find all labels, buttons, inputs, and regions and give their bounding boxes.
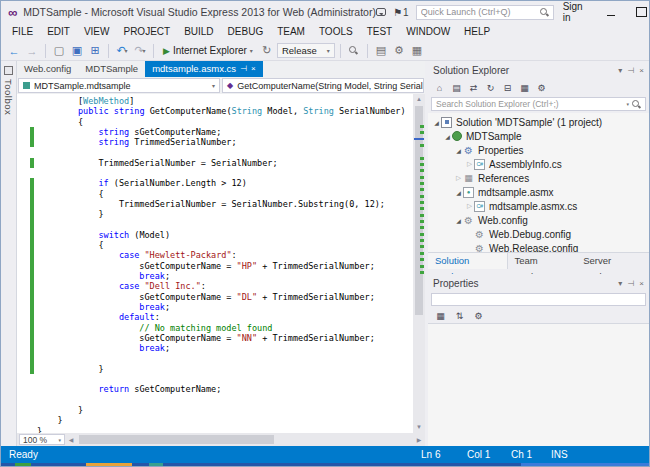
collapsed-icon[interactable]: ▷: [465, 202, 474, 210]
sync-with-active-document-icon[interactable]: ⇄: [466, 83, 481, 93]
document-tab-mdtsample-asmx-cs[interactable]: mdtsample.asmx.cs⊣×: [145, 61, 263, 77]
scrollbar-change-mark: [420, 214, 424, 217]
close-icon[interactable]: ×: [639, 66, 644, 75]
config-icon: [463, 215, 474, 226]
categorized-icon[interactable]: ▦: [433, 311, 448, 321]
panel-tab-solution-explorer[interactable]: Solution Explorer: [428, 253, 508, 269]
show-all-files-icon[interactable]: ▦: [517, 83, 532, 93]
tab-close-icon[interactable]: ×: [251, 61, 256, 77]
document-tab-mdtsample[interactable]: MDTSample: [78, 61, 145, 77]
menu-file[interactable]: FILE: [5, 23, 40, 41]
solution-search-input[interactable]: [436, 99, 623, 109]
switch-views-icon[interactable]: ▤: [449, 83, 464, 93]
collapsed-icon[interactable]: ▷: [465, 160, 474, 168]
expanded-icon[interactable]: ◢: [454, 189, 463, 196]
code-text: }: [37, 364, 104, 374]
quick-launch-input[interactable]: [421, 7, 537, 17]
attach-to-process-icon[interactable]: ↻: [259, 43, 275, 59]
pin-icon[interactable]: ⊣: [627, 66, 634, 75]
menu-view[interactable]: VIEW: [77, 23, 117, 41]
start-debug-button[interactable]: ▶Internet Explorer▾: [159, 42, 257, 59]
panel-tab-server-explorer[interactable]: Server Explorer: [576, 253, 649, 269]
new-file-icon[interactable]: ▢: [51, 43, 67, 59]
window-menu-icon[interactable]: ▾: [618, 279, 622, 288]
change-tracking-bar: [30, 168, 34, 178]
tab-pin-icon[interactable]: ⊣: [240, 61, 247, 77]
close-icon[interactable]: ×: [639, 279, 644, 288]
zoom-dropdown[interactable]: 100 % ▾: [19, 434, 65, 445]
sign-in-link[interactable]: Sign in: [561, 1, 593, 23]
scroll-right-icon[interactable]: ▶: [413, 436, 425, 443]
editor-hscrollbar[interactable]: [77, 433, 413, 446]
menu-tools[interactable]: TOOLS: [312, 23, 360, 41]
member-dropdown[interactable]: ◆ GetComputerName(String Model, String S…: [222, 78, 424, 93]
tree-item-solution-mdtsample-1-project[interactable]: ◢Solution 'MDTSample' (1 project): [428, 115, 649, 129]
property-pages-icon[interactable]: ⚙: [471, 311, 486, 321]
tree-item-properties[interactable]: ◢Properties: [428, 143, 649, 157]
tree-item-mdtsample-asmx-cs[interactable]: ▷mdtsample.asmx.cs: [428, 199, 649, 213]
refresh-icon[interactable]: ↻: [483, 83, 498, 93]
properties-object-combobox[interactable]: [431, 293, 646, 306]
scroll-left-icon[interactable]: ◀: [65, 436, 77, 443]
menu-team[interactable]: TEAM: [270, 23, 312, 41]
change-tracking-bar: [30, 353, 34, 363]
navigate-forward-icon[interactable]: →: [24, 43, 40, 59]
scroll-down-icon[interactable]: ▼: [413, 422, 425, 433]
code-line: case "Dell Inc.":: [17, 281, 413, 291]
code-lines[interactable]: [WebMethod] public string GetComputerNam…: [17, 96, 413, 433]
tree-item-web-debug-config[interactable]: Web.Debug.config: [428, 227, 649, 241]
solution-explorer-icon[interactable]: ▤: [373, 43, 389, 59]
save-icon[interactable]: ▣: [69, 43, 85, 59]
menu-build[interactable]: BUILD: [177, 23, 220, 41]
properties-window-icon[interactable]: ⚙: [391, 43, 407, 59]
tree-item-web-release-config[interactable]: Web.Release.config: [428, 241, 649, 252]
properties-icon[interactable]: ⚙: [534, 83, 549, 93]
tree-item-mdtsample-asmx[interactable]: ◢mdtsample.asmx: [428, 185, 649, 199]
scrollbar-change-mark: [420, 169, 424, 172]
home-icon[interactable]: ⌂: [432, 83, 447, 93]
menu-edit[interactable]: EDIT: [40, 23, 77, 41]
code-editor[interactable]: [WebMethod] public string GetComputerNam…: [17, 94, 425, 433]
menu-help[interactable]: HELP: [457, 23, 497, 41]
solution-search-box[interactable]: ▾: [431, 97, 646, 111]
editor-vscrollbar[interactable]: ▲ ▼: [413, 94, 425, 433]
tree-item-assemblyinfo-cs[interactable]: ▷AssemblyInfo.cs: [428, 157, 649, 171]
menu-window[interactable]: WINDOW: [399, 23, 457, 41]
undo-icon[interactable]: ↶▾: [114, 43, 130, 59]
menu-debug[interactable]: DEBUG: [221, 23, 271, 41]
expanded-icon[interactable]: ◢: [454, 147, 463, 154]
navigate-backward-icon[interactable]: ←: [6, 43, 22, 59]
panel-tab-team-explorer[interactable]: Team Explorer: [508, 253, 577, 269]
notification-count: 1: [403, 7, 409, 18]
menu-test[interactable]: TEST: [360, 23, 400, 41]
window-menu-icon[interactable]: ▾: [618, 66, 622, 75]
tree-item-mdtsample[interactable]: ◢MDTSample: [428, 129, 649, 143]
expanded-icon[interactable]: ◢: [443, 133, 452, 140]
tree-item-web-config[interactable]: ◢Web.config: [428, 213, 649, 227]
feedback-icon[interactable]: [376, 8, 386, 16]
code-text: TrimmedSerialNumber = SerialNumber.Subst…: [37, 199, 385, 209]
tree-item-references[interactable]: ▷References: [428, 171, 649, 185]
configuration-dropdown[interactable]: Release▾: [277, 43, 335, 58]
redo-icon[interactable]: ↷▾: [132, 43, 148, 59]
maximize-button[interactable]: [630, 4, 650, 21]
collapse-all-icon[interactable]: ⊟: [500, 83, 515, 93]
save-all-icon[interactable]: ⊞: [87, 43, 103, 59]
pin-icon[interactable]: ⊣: [627, 279, 634, 288]
alphabetical-icon[interactable]: ⇅: [452, 311, 467, 321]
toolbox-icon[interactable]: ▦: [409, 43, 425, 59]
expanded-icon[interactable]: ◢: [454, 217, 463, 224]
find-icon[interactable]: [346, 43, 362, 59]
minimize-button[interactable]: [599, 4, 623, 21]
notifications-button[interactable]: ⚑ 1: [393, 7, 409, 18]
menu-project[interactable]: PROJECT: [116, 23, 177, 41]
toolbox-tab[interactable]: Toolbox: [1, 61, 17, 446]
document-tab-web-config[interactable]: Web.config: [17, 61, 78, 77]
hscroll-thumb[interactable]: [79, 435, 274, 444]
type-dropdown[interactable]: MDTSample.mdtsample ▾: [18, 78, 220, 93]
chevron-down-icon: ▾: [212, 82, 215, 89]
expanded-icon[interactable]: ◢: [432, 119, 441, 126]
collapsed-icon[interactable]: ▷: [454, 174, 463, 182]
scroll-up-icon[interactable]: ▲: [413, 94, 425, 105]
quick-launch-box[interactable]: [416, 5, 554, 20]
